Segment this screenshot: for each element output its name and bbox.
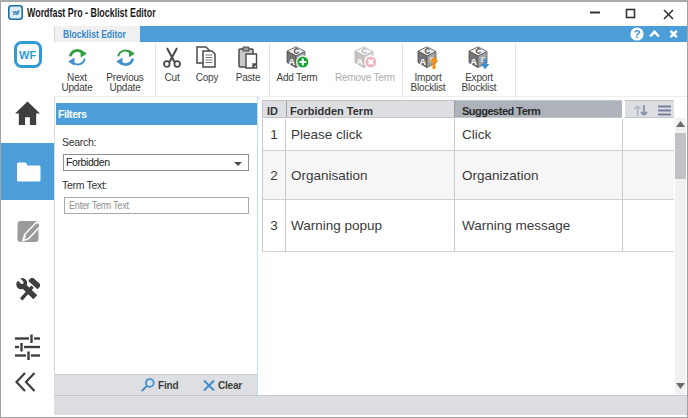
svg-text:A: A [356, 56, 363, 67]
svg-text:A: A [419, 56, 426, 67]
svg-text:WF: WF [19, 49, 36, 61]
svg-text:A: A [288, 56, 295, 67]
svg-text:?: ? [634, 28, 641, 40]
svg-text:A: A [470, 56, 477, 67]
